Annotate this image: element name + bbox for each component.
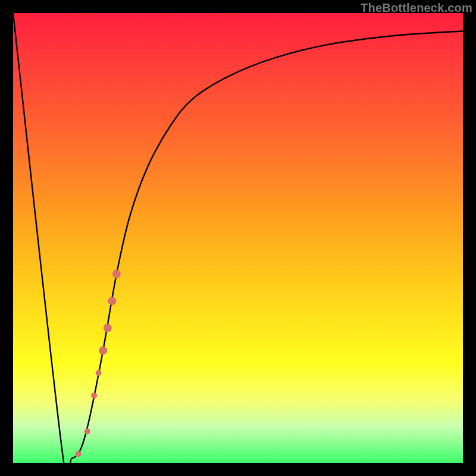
marker-group [76,270,121,456]
data-marker [76,451,82,457]
chart-frame: TheBottleneck.com [0,0,476,476]
data-marker [84,428,90,434]
data-marker [99,346,107,355]
chart-svg [13,13,463,463]
data-marker [108,297,116,305]
data-marker [104,324,112,332]
bottleneck-curve [13,13,463,463]
data-marker [96,370,102,376]
data-marker [91,393,97,399]
watermark-text: TheBottleneck.com [361,1,472,15]
plot-area [13,13,463,463]
data-marker [112,270,121,278]
